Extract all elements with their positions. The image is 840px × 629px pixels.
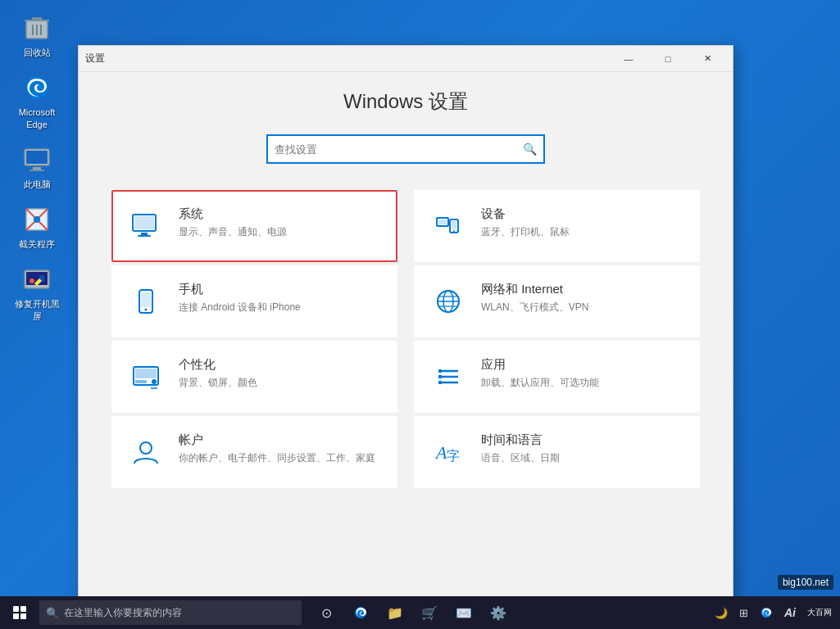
watermark: big100.net [778,575,833,590]
time-title: 时间和语言 [481,432,685,448]
taskbar-display[interactable]: ⊞ [734,596,753,629]
personalization-icon [126,357,166,396]
taskbar-search-icon: 🔍 [46,607,59,619]
devices-icon [429,206,468,246]
settings-item-personalization[interactable]: 个性化 背景、锁屏、颜色 [111,341,397,413]
time-text: 时间和语言 语音、区域、日期 [481,432,685,465]
taskbar-search-placeholder: 在这里输入你要搜索的内容 [64,606,182,620]
repair-tool-label: 修复开机黑屏 [11,298,62,322]
my-computer-icon[interactable]: 此电脑 [8,140,66,193]
repair-tool-icon[interactable]: 修复开机黑屏 [8,260,66,325]
ai-badge[interactable]: Ai [779,596,801,629]
settings-item-accounts[interactable]: 帐户 你的帐户、电子邮件、同步设置、工作、家庭 [111,416,397,488]
taskbar-store-button[interactable]: 🛒 [413,596,446,629]
title-bar: 设置 — □ ✕ [79,46,733,72]
network-text: 网络和 Internet WLAN、飞行模式、VPN [481,282,685,314]
settings-window: 设置 — □ ✕ Windows 设置 🔍 [78,45,733,610]
accounts-text: 帐户 你的帐户、电子邮件、同步设置、工作、家庭 [179,432,383,465]
apps-text: 应用 卸载、默认应用、可选功能 [481,357,685,390]
settings-item-phone[interactable]: 手机 连接 Android 设备和 iPhone [111,265,397,337]
taskbar-search[interactable]: 🔍 在这里输入你要搜索的内容 [39,600,302,625]
apps-icon [429,357,468,396]
svg-rect-21 [138,235,151,237]
network-title: 网络和 Internet [481,282,685,297]
svg-point-46 [140,442,152,454]
taskbar-edge-right[interactable] [755,596,778,629]
apps-title: 应用 [481,357,685,373]
my-computer-label: 此电脑 [24,179,51,190]
network-icon [429,282,468,321]
svg-point-14 [34,216,40,223]
svg-rect-8 [26,151,48,164]
settings-body: Windows 设置 🔍 [79,72,733,609]
snipping-tool-icon[interactable]: 截关程序 [8,200,66,253]
taskbar-explorer-button[interactable]: 📁 [379,596,411,629]
accounts-title: 帐户 [179,432,383,448]
svg-rect-43 [438,369,442,373]
start-button[interactable] [0,596,39,629]
settings-item-apps[interactable]: 应用 卸载、默认应用、可选功能 [414,341,700,413]
taskbar: 🔍 在这里输入你要搜索的内容 ⊙ 📁 🛒 ✉️ ⚙️ 🌙 ⊞ [0,596,840,629]
window-controls: — □ ✕ [610,46,726,72]
search-bar[interactable]: 🔍 [266,134,545,164]
system-title: 系统 [179,206,383,222]
phone-icon [126,282,166,321]
taskbar-edge-button[interactable] [344,596,377,629]
taskbar-settings-button[interactable]: ⚙️ [482,596,515,629]
search-bar-container: 🔍 [111,134,700,164]
settings-item-network[interactable]: 网络和 Internet WLAN、飞行模式、VPN [414,265,700,337]
svg-rect-28 [141,292,151,307]
settings-item-system[interactable]: 系统 显示、声音、通知、电源 [111,190,397,262]
edge-label: Microsoft Edge [11,106,62,130]
devices-text: 设备 蓝牙、打印机、鼠标 [481,206,685,239]
desktop: 回收站 Microsoft Edge 此电脑 [0,0,840,629]
close-button[interactable]: ✕ [688,46,726,72]
personalization-desc: 背景、锁屏、颜色 [179,376,383,390]
svg-text:字: 字 [447,449,460,463]
svg-point-38 [152,379,157,384]
time-icon: A 字 [429,432,468,472]
svg-point-29 [145,309,148,311]
apps-desc: 卸载、默认应用、可选功能 [481,376,685,390]
devices-desc: 蓝牙、打印机、鼠标 [481,225,685,239]
settings-item-devices[interactable]: 设备 蓝牙、打印机、鼠标 [414,190,700,262]
minimize-button[interactable]: — [610,46,647,72]
edge-icon[interactable]: Microsoft Edge [8,68,66,133]
maximize-button[interactable]: □ [649,46,687,72]
system-text: 系统 显示、声音、通知、电源 [179,206,383,239]
recycle-bin-icon[interactable]: 回收站 [8,8,66,61]
svg-rect-44 [438,375,442,378]
system-icon [126,206,166,246]
time-desc: 语音、区域、日期 [481,451,685,465]
taskbar-right: 🌙 ⊞ Ai 大百网 [710,596,840,629]
desktop-icons: 回收站 Microsoft Edge 此电脑 [8,8,66,325]
system-desc: 显示、声音、通知、电源 [179,225,383,239]
recycle-bin-label: 回收站 [24,47,51,58]
svg-rect-25 [452,221,456,229]
phone-title: 手机 [179,282,383,297]
settings-grid: 系统 显示、声音、通知、电源 [111,190,700,488]
phone-desc: 连接 Android 设备和 iPhone [179,301,383,314]
svg-point-17 [30,278,34,283]
snipping-tool-label: 截关程序 [19,238,55,250]
taskbar-center: ⊙ 📁 🛒 ✉️ ⚙️ [310,596,515,629]
accounts-icon [126,432,166,472]
svg-text:A: A [434,442,447,463]
personalization-text: 个性化 背景、锁屏、颜色 [179,357,383,390]
task-view-button[interactable]: ⊙ [310,596,343,629]
personalization-title: 个性化 [179,357,383,373]
taskbar-moon[interactable]: 🌙 [710,596,733,629]
network-desc: WLAN、飞行模式、VPN [481,301,685,314]
settings-item-time[interactable]: A 字 时间和语言 语音、区域、日期 [414,416,700,488]
svg-rect-37 [135,380,147,383]
search-icon: 🔍 [523,143,537,156]
taskbar-mail-button[interactable]: ✉️ [447,596,480,629]
search-input[interactable] [275,143,523,156]
accounts-desc: 你的帐户、电子邮件、同步设置、工作、家庭 [179,451,383,465]
devices-title: 设备 [481,206,685,222]
window-title: 设置 [85,52,610,66]
svg-rect-45 [438,381,442,384]
svg-rect-10 [30,170,44,171]
start-icon [13,606,26,619]
svg-point-26 [453,230,455,232]
